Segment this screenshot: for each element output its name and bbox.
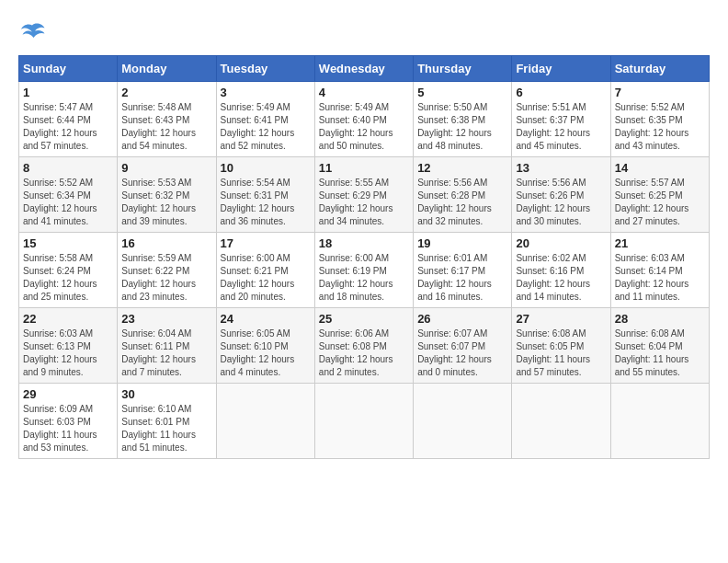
calendar-cell: 6 Sunrise: 5:51 AM Sunset: 6:37 PM Dayli… xyxy=(512,82,610,157)
day-info: Sunrise: 5:56 AM Sunset: 6:26 PM Dayligh… xyxy=(516,177,606,228)
header-thursday: Thursday xyxy=(414,56,512,82)
day-info: Sunrise: 5:49 AM Sunset: 6:41 PM Dayligh… xyxy=(221,101,311,153)
calendar-cell: 11 Sunrise: 5:55 AM Sunset: 6:29 PM Dayl… xyxy=(314,157,413,233)
day-number: 23 xyxy=(121,312,211,326)
day-info: Sunrise: 5:55 AM Sunset: 6:29 PM Dayligh… xyxy=(319,177,409,228)
day-number: 4 xyxy=(319,86,409,99)
day-number: 21 xyxy=(615,236,705,250)
calendar-cell: 29 Sunrise: 6:09 AM Sunset: 6:03 PM Dayl… xyxy=(19,384,118,459)
day-info: Sunrise: 6:04 AM Sunset: 6:11 PM Dayligh… xyxy=(121,327,211,379)
calendar-cell: 17 Sunrise: 6:00 AM Sunset: 6:21 PM Dayl… xyxy=(216,233,314,308)
header-row: Sunday Monday Tuesday Wednesday Thursday… xyxy=(19,56,710,82)
calendar-cell: 22 Sunrise: 6:03 AM Sunset: 6:13 PM Dayl… xyxy=(19,308,118,384)
calendar-cell: 4 Sunrise: 5:49 AM Sunset: 6:40 PM Dayli… xyxy=(314,82,413,157)
day-number: 26 xyxy=(417,312,507,326)
day-number: 9 xyxy=(121,161,211,175)
day-info: Sunrise: 5:58 AM Sunset: 6:24 PM Dayligh… xyxy=(23,252,113,304)
day-number: 20 xyxy=(516,236,606,250)
day-number: 1 xyxy=(23,86,113,99)
day-info: Sunrise: 5:51 AM Sunset: 6:37 PM Dayligh… xyxy=(516,101,606,153)
day-info: Sunrise: 5:52 AM Sunset: 6:34 PM Dayligh… xyxy=(23,177,113,228)
calendar-cell: 7 Sunrise: 5:52 AM Sunset: 6:35 PM Dayli… xyxy=(610,82,709,157)
calendar-cell xyxy=(512,384,610,459)
page-header xyxy=(18,18,710,46)
day-info: Sunrise: 5:52 AM Sunset: 6:35 PM Dayligh… xyxy=(615,101,705,153)
day-info: Sunrise: 5:54 AM Sunset: 6:31 PM Dayligh… xyxy=(221,177,311,228)
calendar-cell xyxy=(414,384,512,459)
day-number: 17 xyxy=(221,236,311,250)
logo xyxy=(18,18,50,46)
day-info: Sunrise: 6:02 AM Sunset: 6:16 PM Dayligh… xyxy=(516,252,606,304)
day-info: Sunrise: 5:56 AM Sunset: 6:28 PM Dayligh… xyxy=(417,177,507,228)
calendar-cell: 2 Sunrise: 5:48 AM Sunset: 6:43 PM Dayli… xyxy=(118,82,216,157)
day-info: Sunrise: 5:57 AM Sunset: 6:25 PM Dayligh… xyxy=(615,177,705,228)
calendar-cell: 30 Sunrise: 6:10 AM Sunset: 6:01 PM Dayl… xyxy=(118,384,216,459)
day-number: 5 xyxy=(417,86,507,99)
calendar-cell: 20 Sunrise: 6:02 AM Sunset: 6:16 PM Dayl… xyxy=(512,233,610,308)
day-info: Sunrise: 6:09 AM Sunset: 6:03 PM Dayligh… xyxy=(23,403,113,454)
day-info: Sunrise: 6:06 AM Sunset: 6:08 PM Dayligh… xyxy=(319,327,409,379)
day-info: Sunrise: 6:10 AM Sunset: 6:01 PM Dayligh… xyxy=(121,403,211,454)
day-number: 29 xyxy=(23,387,113,401)
calendar-cell: 13 Sunrise: 5:56 AM Sunset: 6:26 PM Dayl… xyxy=(512,157,610,233)
header-wednesday: Wednesday xyxy=(314,56,413,82)
day-number: 19 xyxy=(417,236,507,250)
calendar-cell: 24 Sunrise: 6:05 AM Sunset: 6:10 PM Dayl… xyxy=(216,308,314,384)
day-number: 10 xyxy=(221,161,311,175)
calendar-cell: 16 Sunrise: 5:59 AM Sunset: 6:22 PM Dayl… xyxy=(118,233,216,308)
calendar-cell: 5 Sunrise: 5:50 AM Sunset: 6:38 PM Dayli… xyxy=(414,82,512,157)
day-number: 18 xyxy=(319,236,409,250)
day-number: 30 xyxy=(121,387,211,401)
day-number: 2 xyxy=(121,86,211,99)
calendar-cell: 23 Sunrise: 6:04 AM Sunset: 6:11 PM Dayl… xyxy=(118,308,216,384)
calendar-cell xyxy=(610,384,709,459)
calendar-cell: 1 Sunrise: 5:47 AM Sunset: 6:44 PM Dayli… xyxy=(19,82,118,157)
day-info: Sunrise: 6:05 AM Sunset: 6:10 PM Dayligh… xyxy=(221,327,311,379)
calendar-cell xyxy=(314,384,413,459)
calendar-cell: 9 Sunrise: 5:53 AM Sunset: 6:32 PM Dayli… xyxy=(118,157,216,233)
day-info: Sunrise: 6:03 AM Sunset: 6:13 PM Dayligh… xyxy=(23,327,113,379)
day-info: Sunrise: 6:08 AM Sunset: 6:05 PM Dayligh… xyxy=(516,327,606,379)
header-sunday: Sunday xyxy=(19,56,118,82)
day-number: 25 xyxy=(319,312,409,326)
day-number: 16 xyxy=(121,236,211,250)
day-info: Sunrise: 5:47 AM Sunset: 6:44 PM Dayligh… xyxy=(23,101,113,153)
calendar-cell: 10 Sunrise: 5:54 AM Sunset: 6:31 PM Dayl… xyxy=(216,157,314,233)
day-number: 14 xyxy=(615,161,705,175)
day-info: Sunrise: 5:48 AM Sunset: 6:43 PM Dayligh… xyxy=(121,101,211,153)
calendar-week-row: 22 Sunrise: 6:03 AM Sunset: 6:13 PM Dayl… xyxy=(19,308,710,384)
calendar-cell: 19 Sunrise: 6:01 AM Sunset: 6:17 PM Dayl… xyxy=(414,233,512,308)
calendar-cell: 25 Sunrise: 6:06 AM Sunset: 6:08 PM Dayl… xyxy=(314,308,413,384)
calendar-cell xyxy=(216,384,314,459)
day-number: 6 xyxy=(516,86,606,99)
day-number: 27 xyxy=(516,312,606,326)
header-friday: Friday xyxy=(512,56,610,82)
day-number: 24 xyxy=(221,312,311,326)
day-info: Sunrise: 6:00 AM Sunset: 6:19 PM Dayligh… xyxy=(319,252,409,304)
calendar-cell: 15 Sunrise: 5:58 AM Sunset: 6:24 PM Dayl… xyxy=(19,233,118,308)
calendar-week-row: 8 Sunrise: 5:52 AM Sunset: 6:34 PM Dayli… xyxy=(19,157,710,233)
calendar-week-row: 1 Sunrise: 5:47 AM Sunset: 6:44 PM Dayli… xyxy=(19,82,710,157)
day-info: Sunrise: 6:00 AM Sunset: 6:21 PM Dayligh… xyxy=(221,252,311,304)
day-info: Sunrise: 5:53 AM Sunset: 6:32 PM Dayligh… xyxy=(121,177,211,228)
calendar-cell: 28 Sunrise: 6:08 AM Sunset: 6:04 PM Dayl… xyxy=(610,308,709,384)
day-number: 8 xyxy=(23,161,113,175)
day-number: 15 xyxy=(23,236,113,250)
calendar-header: Sunday Monday Tuesday Wednesday Thursday… xyxy=(19,56,710,82)
calendar-table: Sunday Monday Tuesday Wednesday Thursday… xyxy=(18,55,710,459)
day-info: Sunrise: 6:01 AM Sunset: 6:17 PM Dayligh… xyxy=(417,252,507,304)
calendar-body: 1 Sunrise: 5:47 AM Sunset: 6:44 PM Dayli… xyxy=(19,82,710,459)
logo-bird-icon xyxy=(18,18,46,46)
day-number: 11 xyxy=(319,161,409,175)
header-monday: Monday xyxy=(118,56,216,82)
calendar-cell: 18 Sunrise: 6:00 AM Sunset: 6:19 PM Dayl… xyxy=(314,233,413,308)
calendar-week-row: 15 Sunrise: 5:58 AM Sunset: 6:24 PM Dayl… xyxy=(19,233,710,308)
day-number: 22 xyxy=(23,312,113,326)
day-number: 7 xyxy=(615,86,705,99)
calendar-cell: 14 Sunrise: 5:57 AM Sunset: 6:25 PM Dayl… xyxy=(610,157,709,233)
day-number: 3 xyxy=(221,86,311,99)
calendar-cell: 26 Sunrise: 6:07 AM Sunset: 6:07 PM Dayl… xyxy=(414,308,512,384)
calendar-cell: 21 Sunrise: 6:03 AM Sunset: 6:14 PM Dayl… xyxy=(610,233,709,308)
calendar-cell: 8 Sunrise: 5:52 AM Sunset: 6:34 PM Dayli… xyxy=(19,157,118,233)
header-tuesday: Tuesday xyxy=(216,56,314,82)
